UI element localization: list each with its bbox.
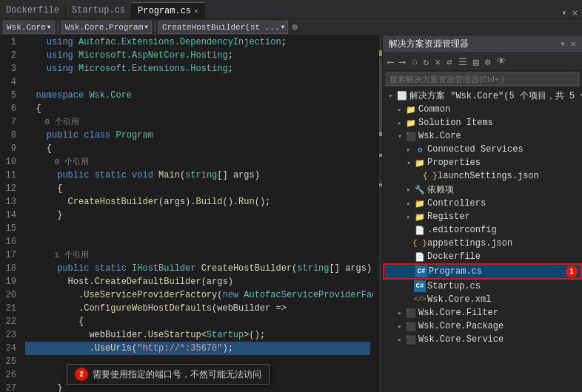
controllers-label: Controllers <box>427 198 582 209</box>
tree-editorconfig[interactable]: 📄 .editorconfig <box>383 223 582 237</box>
launch-settings-label: launchSettings.json <box>438 171 582 181</box>
wsk-core-service-icon: ⬛ <box>405 334 417 345</box>
wsk-core-package-icon: ⬛ <box>405 320 417 332</box>
code-line-21: .UseUrls("http://*:35678"); <box>25 342 370 355</box>
code-scroll[interactable]: 1234 567 8910 11121314 151617 18192021 2… <box>0 36 382 392</box>
toolbar-sep-2 <box>155 22 155 33</box>
search-input[interactable] <box>386 72 579 86</box>
dependencies-label: 依赖项 <box>427 183 582 196</box>
connected-services-label: Connected Services <box>427 144 582 155</box>
tree-launch-settings[interactable]: { } launchSettings.json <box>383 169 582 183</box>
code-line-15: public static IHostBuilder CreateHostBui… <box>25 262 370 275</box>
panel-pin-btn[interactable]: ▾ ✕ <box>560 38 576 50</box>
class-dropdown[interactable]: Wsk.Core.Program ▼ <box>61 21 152 34</box>
namespace-label: Wsk.Core <box>7 23 46 32</box>
code-line-14 <box>25 235 370 249</box>
code-line-7: public class Program <box>25 129 370 142</box>
code-line-16: Host.CreateDefaultBuilder(args) <box>25 275 370 288</box>
tab-close-program[interactable]: ✕ <box>194 7 198 16</box>
minimap-scrollbar[interactable] <box>373 36 382 392</box>
program-cs-badge: 1 <box>566 266 578 277</box>
tree-common[interactable]: ▸ 📁 Common <box>383 103 582 116</box>
code-line-20: webBuilder.UseStartup<Startup>(); <box>25 328 370 342</box>
tab-program[interactable]: Program.cs ✕ <box>132 2 205 18</box>
code-line-ref3: 1 个引用 <box>25 249 370 262</box>
wsk-core-xml-icon: </> <box>414 294 426 305</box>
code-line-13 <box>25 222 370 235</box>
callout-badge: 2 <box>75 368 88 381</box>
tree-properties[interactable]: ▾ 📁 Properties <box>383 156 582 169</box>
callout-text: 需要使用指定的端口号，不然可能无法访问 <box>93 368 261 381</box>
solution-explorer-panel: 解决方案资源管理器 ▾ ✕ ⟵ ⟶ ⌂ ↻ ✕ ⇄ ☰ ▤ ⚙ 👁 ▸ ⬜ <box>382 36 582 392</box>
tab-overflow-btn[interactable]: ▾ ✕ <box>557 7 582 18</box>
toolbar-row: Wsk.Core ▼ Wsk.Core.Program ▼ CreateHost… <box>0 19 582 36</box>
tree-wsk-core-filter[interactable]: ▸ ⬛ Wsk.Core.Filter <box>383 306 582 320</box>
solution-icon: ⬜ <box>396 90 408 102</box>
ptb-view[interactable]: ▤ <box>471 55 481 69</box>
ptb-sync[interactable]: ⇄ <box>444 55 455 69</box>
namespace-arrow: ▼ <box>47 24 51 30</box>
dockerfile-label: Dockerfile <box>427 251 582 262</box>
tree-dockerfile[interactable]: 📄 Dockerfile <box>383 250 582 263</box>
editorconfig-icon: 📄 <box>414 224 426 236</box>
method-dropdown[interactable]: CreateHostBuilder(st ... ▼ <box>158 21 288 34</box>
method-label: CreateHostBuilder(st ... <box>162 23 279 32</box>
code-line-6: { <box>25 102 370 115</box>
editorconfig-arrow <box>404 226 414 234</box>
code-line-10: { <box>25 182 370 195</box>
solution-label: 解决方案 "Wsk.Core"(5 个项目，共 5 个 <box>409 89 582 102</box>
connected-services-arrow: ▸ <box>404 146 414 154</box>
wsk-core-service-arrow: ▸ <box>395 336 405 344</box>
ptb-forward[interactable]: ⟶ <box>398 55 408 69</box>
code-line-3: using Microsoft.Extensions.Hosting; <box>25 62 370 75</box>
wsk-core-filter-label: Wsk.Core.Filter <box>418 308 582 318</box>
namespace-dropdown[interactable]: Wsk.Core ▼ <box>3 21 55 34</box>
program-cs-arrow <box>405 268 415 275</box>
editorconfig-label: .editorconfig <box>427 225 582 235</box>
startup-cs-label: Startup.cs <box>427 281 582 291</box>
tree-solution-root[interactable]: ▸ ⬜ 解决方案 "Wsk.Core"(5 个项目，共 5 个 <box>383 89 582 103</box>
tree-program-cs[interactable]: C# Program.cs 1 <box>383 263 582 280</box>
tree-wsk-core[interactable]: ▾ ⬛ Wsk.Core <box>383 129 582 143</box>
ptb-stop[interactable]: ✕ <box>432 55 443 69</box>
dependencies-arrow: ▸ <box>404 186 414 194</box>
ptb-settings[interactable]: ⚙ <box>483 55 493 69</box>
register-label: Register <box>427 212 582 222</box>
tree-register[interactable]: ▸ 📁 Register <box>383 210 582 223</box>
wsk-core-icon: ⬛ <box>405 130 417 142</box>
code-line-12: } <box>25 209 370 222</box>
tab-dockerfile[interactable]: Dockerfile <box>0 2 66 18</box>
ptb-home[interactable]: ⌂ <box>409 55 420 68</box>
common-arrow: ▸ <box>395 106 405 114</box>
wsk-core-package-label: Wsk.Core.Package <box>418 321 582 331</box>
wsk-core-filter-arrow: ▸ <box>395 309 405 317</box>
toolbar-extra-btn[interactable]: ⊕ <box>290 21 300 33</box>
tab-label-dockerfile: Dockerfile <box>6 5 59 16</box>
solution-arrow: ▸ <box>386 92 396 100</box>
program-cs-label: Program.cs <box>429 266 566 277</box>
line-numbers: 1234 567 8910 11121314 151617 18192021 2… <box>0 36 22 392</box>
tree-wsk-core-package[interactable]: ▸ ⬛ Wsk.Core.Package <box>383 320 582 333</box>
dockerfile-icon: 📄 <box>414 251 426 263</box>
tree-startup-cs[interactable]: C# Startup.cs <box>383 280 582 293</box>
ptb-show-all[interactable]: ☰ <box>456 55 469 69</box>
ptb-preview[interactable]: 👁 <box>495 55 509 68</box>
properties-arrow: ▾ <box>404 159 414 167</box>
tree-wsk-core-service[interactable]: ▸ ⬛ Wsk.Core.Service <box>383 333 582 346</box>
tree-appsettings[interactable]: { } appsettings.json <box>383 237 582 250</box>
ptb-refresh[interactable]: ↻ <box>421 55 431 69</box>
tab-label-startup: Startup.cs <box>72 5 125 16</box>
tree-wsk-core-xml[interactable]: </> Wsk.Core.xml <box>383 293 582 306</box>
tree-solution-items[interactable]: ▸ 📁 Solution Items <box>383 116 582 129</box>
wsk-core-filter-icon: ⬛ <box>405 307 417 319</box>
method-arrow: ▼ <box>281 24 285 30</box>
properties-label: Properties <box>427 158 582 168</box>
register-arrow: ▸ <box>404 213 414 221</box>
ptb-back[interactable]: ⟵ <box>386 55 396 69</box>
tree-dependencies[interactable]: ▸ 🔧 依赖项 <box>383 183 582 197</box>
tree-controllers[interactable]: ▸ 📁 Controllers <box>383 197 582 210</box>
tab-startup[interactable]: Startup.cs <box>66 2 132 18</box>
wsk-core-package-arrow: ▸ <box>395 322 405 331</box>
tree-connected-services[interactable]: ▸ ⚙ Connected Services <box>383 143 582 156</box>
wsk-core-arrow: ▾ <box>395 132 405 141</box>
